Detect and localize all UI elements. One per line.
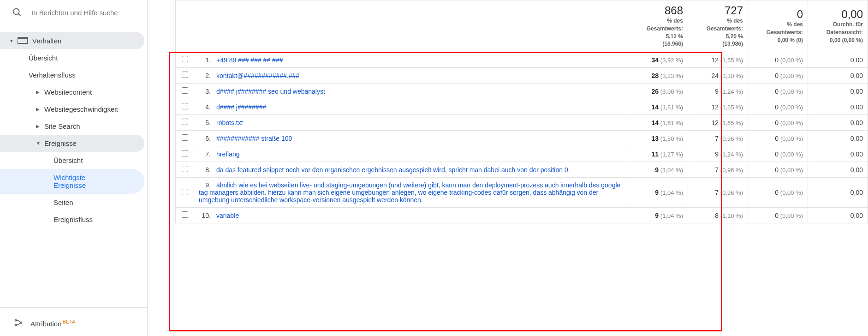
row-link[interactable]: +49 89 ### ### ## ### [216, 56, 283, 64]
nav-item-verhaltensfluss[interactable]: Verhaltensfluss [0, 66, 144, 84]
row-checkbox[interactable] [182, 134, 188, 141]
row-checkbox-cell [176, 208, 194, 223]
col-metric-1[interactable]: 868 % des Gesamtwerts: 5,12 % (16.966) [628, 0, 688, 52]
row-metric-4: 0,00 [808, 115, 868, 131]
nav-item-er-uebersicht[interactable]: Übersicht [0, 152, 144, 169]
nav-section-label: Verhalten [32, 37, 139, 45]
row-link[interactable]: d#### j######## [216, 103, 266, 111]
nav-item-websitegeschw[interactable]: ▶ Websitegeschwindigkeit [0, 101, 144, 118]
row-label-cell: 9.ähnlich wie es bei webseiten live- und… [194, 178, 628, 208]
row-checkbox-cell [176, 131, 194, 146]
row-metric-1: 13 (1,50 %) [628, 131, 688, 146]
row-checkbox[interactable] [182, 150, 188, 156]
row-checkbox[interactable] [182, 166, 188, 172]
row-metric-3: 0 (0,00 %) [748, 68, 808, 84]
row-checkbox-cell [176, 84, 194, 99]
nav-item-er-seiten[interactable]: Seiten [0, 194, 144, 211]
chevron-right-icon: ▶ [36, 107, 41, 112]
row-metric-4: 0,00 [808, 68, 868, 84]
table-row: 1.+49 89 ### ### ## ###34 (3,92 %)12 (1,… [176, 52, 868, 68]
row-metric-2: 7 (0,96 %) [688, 162, 748, 178]
attribution-label: Attribution [30, 320, 62, 328]
row-checkbox[interactable] [182, 87, 188, 94]
table-row: 8.da das featured snippet noch vor den o… [176, 162, 868, 178]
row-metric-1: 9 (1,04 %) [628, 208, 688, 223]
row-metric-3: 0 (0,00 %) [748, 115, 808, 131]
row-checkbox[interactable] [182, 189, 188, 195]
col-metric-2[interactable]: 727 % des Gesamtwerts: 5,20 % (13.986) [688, 0, 748, 52]
table-row: 2.kontakt@############.###28 (3,23 %)24 … [176, 68, 868, 84]
col-checkbox [176, 0, 194, 52]
table-row: 5.robots.txt14 (1,61 %)12 (1,65 %)0 (0,0… [176, 115, 868, 131]
row-label-cell: 2.kontakt@############.### [194, 68, 628, 84]
row-metric-3: 0 (0,00 %) [748, 146, 808, 162]
row-metric-1: 14 (1,61 %) [628, 115, 688, 131]
svg-point-5 [15, 324, 17, 325]
row-metric-2: 9 (1,24 %) [688, 146, 748, 162]
col-metric-4[interactable]: 0,00 Durchn. für Datenansicht: 0,00 (0,0… [808, 0, 868, 52]
row-metric-1: 26 (3,00 %) [628, 84, 688, 99]
row-link[interactable]: d#### j######## seo und webanalyst [216, 88, 325, 95]
row-link[interactable]: da das featured snippet noch vor den org… [216, 166, 570, 174]
row-checkbox[interactable] [182, 56, 188, 62]
row-checkbox-cell [176, 99, 194, 115]
row-metric-2: 8 (1,10 %) [688, 208, 748, 223]
row-label-cell: 1.+49 89 ### ### ## ### [194, 52, 628, 68]
row-metric-1: 14 (1,61 %) [628, 99, 688, 115]
col-metric-3[interactable]: 0 % des Gesamtwerts: 0,00 % (0) [748, 0, 808, 52]
row-label-cell: 10.variable [194, 208, 628, 223]
row-checkbox-cell [176, 52, 194, 68]
table-row: 7.hreflang11 (1,27 %)9 (1,24 %)0 (0,00 %… [176, 146, 868, 162]
row-metric-2: 12 (1,65 %) [688, 52, 748, 68]
row-checkbox-cell [176, 146, 194, 162]
row-checkbox-cell [176, 162, 194, 178]
row-checkbox[interactable] [182, 72, 188, 78]
row-metric-2: 12 (1,65 %) [688, 115, 748, 131]
row-number: 10. [199, 212, 211, 219]
row-link[interactable]: hreflang [216, 150, 240, 158]
nav-item-er-wichtigste[interactable]: Wichtigste Ereignisse [0, 169, 144, 194]
row-metric-4: 0,00 [808, 162, 868, 178]
chevron-right-icon: ▶ [36, 124, 41, 129]
row-checkbox-cell [176, 68, 194, 84]
row-link[interactable]: variable [216, 212, 239, 219]
row-metric-2: 7 (0,96 %) [688, 131, 748, 146]
table-row: 10.variable9 (1,04 %)8 (1,10 %)0 (0,00 %… [176, 208, 868, 223]
row-metric-2: 12 (1,65 %) [688, 99, 748, 115]
row-metric-4: 0,00 [808, 52, 868, 68]
nav-section-verhalten[interactable]: ▼ Verhalten [0, 32, 144, 49]
divider [6, 27, 142, 27]
nav-item-attribution[interactable]: AttributionBETA [0, 313, 147, 333]
row-number: 2. [199, 72, 211, 79]
row-metric-4: 0,00 [808, 146, 868, 162]
row-metric-1: 9 (1,04 %) [628, 162, 688, 178]
row-metric-4: 0,00 [808, 99, 868, 115]
svg-rect-3 [18, 37, 28, 39]
row-metric-3: 0 (0,00 %) [748, 131, 808, 146]
nav-item-er-fluss[interactable]: Ereignisfluss [0, 211, 144, 228]
row-link[interactable]: kontakt@############.### [216, 72, 299, 79]
row-number: 7. [199, 150, 211, 158]
row-label-cell: 4.d#### j######## [194, 99, 628, 115]
row-link[interactable]: robots.txt [216, 119, 243, 126]
chevron-down-icon: ▼ [9, 38, 14, 43]
row-link[interactable]: ############ straße 100 [216, 135, 292, 142]
nav-item-websitecontent[interactable]: ▶ Websitecontent [0, 84, 144, 101]
row-checkbox[interactable] [182, 103, 188, 109]
row-label-cell: 6.############ straße 100 [194, 131, 628, 146]
table-row: 6.############ straße 10013 (1,50 %)7 (0… [176, 131, 868, 146]
beta-badge: BETA [63, 319, 76, 324]
search-input[interactable] [31, 9, 124, 17]
row-metric-1: 9 (1,04 %) [628, 178, 688, 208]
svg-line-1 [18, 14, 21, 16]
row-checkbox[interactable] [182, 211, 188, 218]
row-checkbox[interactable] [182, 119, 188, 125]
row-link[interactable]: ähnlich wie es bei webseiten live- und s… [199, 181, 620, 204]
row-label-cell: 3.d#### j######## seo und webanalyst [194, 84, 628, 99]
search-icon[interactable] [12, 7, 22, 18]
svg-point-6 [20, 322, 22, 323]
nav-item-ereignisse[interactable]: ▼ Ereignisse [0, 135, 144, 152]
table-row: 4.d#### j########14 (1,61 %)12 (1,65 %)0… [176, 99, 868, 115]
nav-item-uebersicht[interactable]: Übersicht [0, 49, 144, 66]
nav-item-sitesearch[interactable]: ▶ Site Search [0, 118, 144, 135]
